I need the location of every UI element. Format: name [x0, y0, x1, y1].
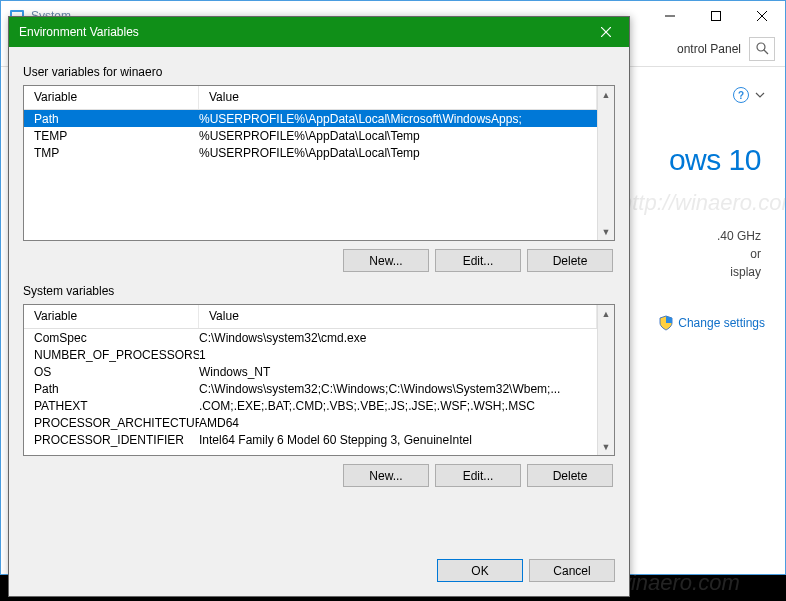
system-delete-button[interactable]: Delete — [527, 464, 613, 487]
dialog-titlebar: Environment Variables — [9, 17, 629, 47]
list-header: Variable Value — [24, 305, 597, 329]
system-variables-section: System variables Variable Value ComSpecC… — [23, 278, 615, 493]
minimize-button[interactable] — [647, 1, 693, 31]
table-row[interactable]: OSWindows_NT — [24, 363, 597, 380]
cell-variable: OS — [24, 365, 199, 379]
table-row[interactable]: Path%USERPROFILE%\AppData\Local\Microsof… — [24, 110, 597, 127]
change-settings-label: Change settings — [678, 316, 765, 330]
col-value[interactable]: Value — [199, 305, 597, 328]
scroll-down-button[interactable]: ▼ — [598, 438, 614, 455]
ok-button[interactable]: OK — [437, 559, 523, 582]
list-header: Variable Value — [24, 86, 597, 110]
cell-value: 1 — [199, 348, 597, 362]
dialog-body: User variables for winaero Variable Valu… — [9, 47, 629, 551]
dialog-title: Environment Variables — [19, 25, 139, 39]
environment-variables-dialog: Environment Variables User variables for… — [8, 16, 630, 597]
table-row[interactable]: TMP%USERPROFILE%\AppData\Local\Temp — [24, 144, 597, 161]
scroll-track[interactable] — [598, 103, 614, 223]
change-settings-link[interactable]: Change settings — [658, 315, 765, 331]
svg-point-6 — [757, 43, 765, 51]
spec-display: isplay — [730, 265, 761, 279]
scroll-down-button[interactable]: ▼ — [598, 223, 614, 240]
scrollbar[interactable]: ▲ ▼ — [597, 305, 614, 455]
col-value[interactable]: Value — [199, 86, 597, 109]
table-row[interactable]: PATHEXT.COM;.EXE;.BAT;.CMD;.VBS;.VBE;.JS… — [24, 397, 597, 414]
dialog-close-button[interactable] — [583, 17, 629, 47]
shield-icon — [658, 315, 674, 331]
table-row[interactable]: PathC:\Windows\system32;C:\Windows;C:\Wi… — [24, 380, 597, 397]
cell-variable: Path — [24, 382, 199, 396]
system-edit-button[interactable]: Edit... — [435, 464, 521, 487]
table-row[interactable]: NUMBER_OF_PROCESSORS1 — [24, 346, 597, 363]
maximize-button[interactable] — [693, 1, 739, 31]
cell-variable: NUMBER_OF_PROCESSORS — [24, 348, 199, 362]
cell-value: %USERPROFILE%\AppData\Local\Temp — [199, 129, 597, 143]
dialog-footer: OK Cancel — [9, 551, 629, 596]
user-edit-button[interactable]: Edit... — [435, 249, 521, 272]
col-variable[interactable]: Variable — [24, 86, 199, 109]
table-row[interactable]: ComSpecC:\Windows\system32\cmd.exe — [24, 329, 597, 346]
scroll-up-button[interactable]: ▲ — [598, 86, 614, 103]
cell-variable: ComSpec — [24, 331, 199, 345]
cell-variable: PROCESSOR_ARCHITECTURE — [24, 416, 199, 430]
cell-variable: PATHEXT — [24, 399, 199, 413]
user-buttons: New... Edit... Delete — [23, 249, 613, 272]
cell-value: C:\Windows\system32;C:\Windows;C:\Window… — [199, 382, 597, 396]
table-row[interactable]: PROCESSOR_ARCHITECTUREAMD64 — [24, 414, 597, 431]
search-input[interactable] — [749, 37, 775, 61]
user-variables-list[interactable]: Variable Value Path%USERPROFILE%\AppData… — [23, 85, 615, 241]
col-variable[interactable]: Variable — [24, 305, 199, 328]
cell-value: C:\Windows\system32\cmd.exe — [199, 331, 597, 345]
user-variables-section: User variables for winaero Variable Valu… — [23, 59, 615, 278]
close-icon — [601, 27, 611, 37]
cell-variable: PROCESSOR_IDENTIFIER — [24, 433, 199, 447]
cell-value: %USERPROFILE%\AppData\Local\Microsoft\Wi… — [199, 112, 597, 126]
cell-value: Windows_NT — [199, 365, 597, 379]
search-icon — [756, 42, 769, 55]
system-variables-label: System variables — [23, 284, 615, 298]
spec-cpu: .40 GHz — [717, 229, 761, 243]
svg-line-7 — [764, 50, 768, 54]
close-button[interactable] — [739, 1, 785, 31]
table-row[interactable]: PROCESSOR_IDENTIFIERIntel64 Family 6 Mod… — [24, 431, 597, 448]
scrollbar[interactable]: ▲ ▼ — [597, 86, 614, 240]
cell-value: Intel64 Family 6 Model 60 Stepping 3, Ge… — [199, 433, 597, 447]
cell-variable: TMP — [24, 146, 199, 160]
cancel-button[interactable]: Cancel — [529, 559, 615, 582]
help-icon: ? — [733, 87, 749, 103]
user-delete-button[interactable]: Delete — [527, 249, 613, 272]
windows-brand: ows 10 — [669, 143, 761, 177]
user-variables-label: User variables for winaero — [23, 65, 615, 79]
user-new-button[interactable]: New... — [343, 249, 429, 272]
window-controls — [647, 1, 785, 31]
chevron-down-icon — [755, 90, 765, 100]
cell-variable: Path — [24, 112, 199, 126]
scroll-up-button[interactable]: ▲ — [598, 305, 614, 322]
system-new-button[interactable]: New... — [343, 464, 429, 487]
cell-value: %USERPROFILE%\AppData\Local\Temp — [199, 146, 597, 160]
table-row[interactable]: TEMP%USERPROFILE%\AppData\Local\Temp — [24, 127, 597, 144]
control-panel-label: ontrol Panel — [677, 42, 741, 56]
spec-processor: or — [750, 247, 761, 261]
svg-rect-3 — [712, 12, 721, 21]
system-buttons: New... Edit... Delete — [23, 464, 613, 487]
cell-variable: TEMP — [24, 129, 199, 143]
scroll-track[interactable] — [598, 322, 614, 438]
cell-value: AMD64 — [199, 416, 597, 430]
cell-value: .COM;.EXE;.BAT;.CMD;.VBS;.VBE;.JS;.JSE;.… — [199, 399, 597, 413]
system-variables-list[interactable]: Variable Value ComSpecC:\Windows\system3… — [23, 304, 615, 456]
help-link[interactable]: ? — [733, 87, 765, 103]
